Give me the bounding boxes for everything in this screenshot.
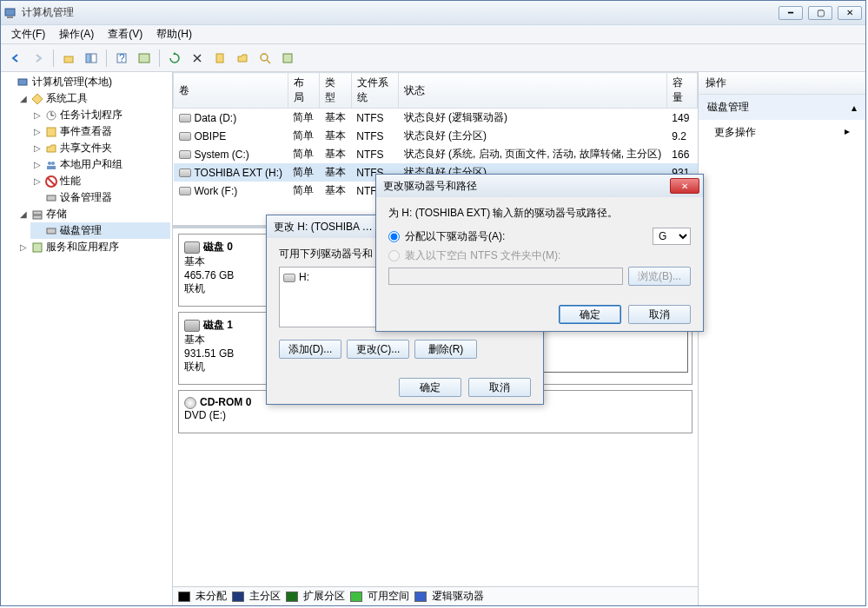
add-button[interactable]: 添加(D)... [279,340,341,359]
show-hide-tree-button[interactable] [82,49,101,68]
tree-pane: 计算机管理(本地) ◢系统工具 ▷任务计划程序 ▷事件查看器 ▷共享文件夹 ▷本… [1,72,173,605]
svg-rect-16 [47,128,56,136]
svg-rect-1 [7,17,13,18]
tree-task-scheduler[interactable]: ▷任务计划程序 [30,107,170,123]
app-icon [4,6,18,20]
svg-rect-23 [33,211,42,215]
svg-point-17 [48,162,51,165]
browse-button: 浏览(B)... [628,267,691,286]
volume-icon [179,150,191,159]
svg-rect-7 [139,54,149,63]
open-icon[interactable] [233,49,252,68]
search-icon[interactable] [255,49,275,68]
menu-action[interactable]: 操作(A) [52,25,101,43]
assign-drive-letter-dialog: 更改驱动器号和路径 ✕ 为 H: (TOSHIBA EXT) 输入新的驱动器号或… [375,174,704,332]
forward-button[interactable] [29,49,48,68]
properties-button[interactable]: ? [112,49,131,68]
legend: 未分配 主分区 扩展分区 可用空间 逻辑驱动器 [173,586,698,605]
tree-services-apps[interactable]: ▷服务和应用程序 [17,239,170,255]
dialog1-ok-button[interactable]: 确定 [399,378,461,397]
col-status[interactable]: 状态 [399,73,667,109]
svg-rect-19 [47,166,56,169]
dialog1-cancel-button[interactable]: 取消 [468,378,531,397]
svg-point-9 [261,54,268,61]
svg-text:?: ? [119,52,125,64]
col-capacity[interactable]: 容量 [666,73,697,109]
titlebar: 计算机管理 ━ ▢ ✕ [1,1,865,25]
collapse-icon: ▴ [851,102,857,114]
col-type[interactable]: 类型 [320,73,352,109]
close-button[interactable]: ✕ [838,6,862,20]
window-title: 计算机管理 [22,5,779,20]
save-icon[interactable] [278,49,297,68]
actions-header: 操作 [699,72,865,95]
volume-icon [179,187,191,195]
tree-device-manager[interactable]: 设备管理器 [30,189,170,206]
radio-assign-letter[interactable] [388,231,400,242]
menubar: 文件(F) 操作(A) 查看(V) 帮助(H) [1,25,865,44]
refresh-button[interactable] [165,49,184,68]
svg-rect-24 [33,215,42,219]
remove-button[interactable]: 删除(R) [414,340,477,359]
dialog2-titlebar[interactable]: 更改驱动器号和路径 ✕ [376,175,703,197]
svg-rect-4 [91,54,96,63]
svg-rect-11 [283,54,292,63]
action-list-button[interactable] [135,49,154,68]
tree-root[interactable]: 计算机管理(本地) [3,74,170,90]
volume-row[interactable]: System (C:)简单基本NTFS状态良好 (系统, 启动, 页面文件, 活… [174,145,698,163]
col-volume[interactable]: 卷 [174,73,288,109]
volume-row[interactable]: Data (D:)简单基本NTFS状态良好 (逻辑驱动器)149 [174,109,698,128]
svg-rect-12 [18,79,27,85]
change-button[interactable]: 更改(C)... [347,340,409,359]
maximize-button[interactable]: ▢ [808,6,832,20]
menu-view[interactable]: 查看(V) [101,25,149,43]
actions-pane: 操作 磁盘管理 ▴ 更多操作 ▸ [699,72,865,605]
toolbar: ? [1,44,865,72]
mount-path-input [388,268,623,285]
col-fs[interactable]: 文件系统 [351,73,398,109]
back-button[interactable] [6,49,25,68]
tree-shared-folders[interactable]: ▷共享文件夹 [30,140,170,156]
up-button[interactable] [59,49,78,68]
svg-rect-2 [64,56,73,63]
svg-point-18 [51,162,55,165]
tree-local-users[interactable]: ▷本地用户和组 [30,156,170,173]
volume-icon [283,274,295,282]
close-icon[interactable]: ✕ [670,178,699,194]
col-layout[interactable]: 布局 [288,73,320,109]
disk-icon [184,320,200,332]
chevron-right-icon: ▸ [845,125,850,140]
svg-rect-8 [216,54,223,63]
svg-rect-0 [5,9,15,16]
volume-icon [179,132,191,141]
radio-mount-folder [388,250,400,261]
svg-rect-26 [33,243,42,252]
tree-performance[interactable]: ▷性能 [30,173,170,189]
tree-system-tools[interactable]: ◢系统工具 [17,90,170,107]
dialog2-ok-button[interactable]: 确定 [559,305,621,324]
volume-icon [179,114,191,122]
tree-storage[interactable]: ◢存储 [17,206,170,222]
svg-rect-3 [86,54,90,63]
drive-letter-select[interactable]: G [653,228,691,245]
menu-file[interactable]: 文件(F) [4,25,52,43]
tree-event-viewer[interactable]: ▷事件查看器 [30,123,170,140]
dialog2-cancel-button[interactable]: 取消 [628,305,691,324]
window-buttons: ━ ▢ ✕ [779,6,862,20]
action-more[interactable]: 更多操作 ▸ [699,120,865,145]
menu-help[interactable]: 帮助(H) [149,25,199,43]
tree-disk-management[interactable]: 磁盘管理 [30,222,170,239]
minimize-button[interactable]: ━ [779,6,803,20]
svg-line-21 [48,178,55,185]
svg-rect-22 [47,195,56,201]
delete-icon[interactable] [188,49,207,68]
svg-line-10 [267,60,270,63]
volume-icon [179,169,191,177]
cdrom-icon [184,397,196,409]
settings-icon[interactable] [210,49,229,68]
disk-icon [184,241,200,254]
svg-rect-25 [47,228,56,234]
volume-row[interactable]: OBIPE简单基本NTFS状态良好 (主分区)9.2 [174,127,698,145]
actions-section[interactable]: 磁盘管理 ▴ [699,95,865,120]
